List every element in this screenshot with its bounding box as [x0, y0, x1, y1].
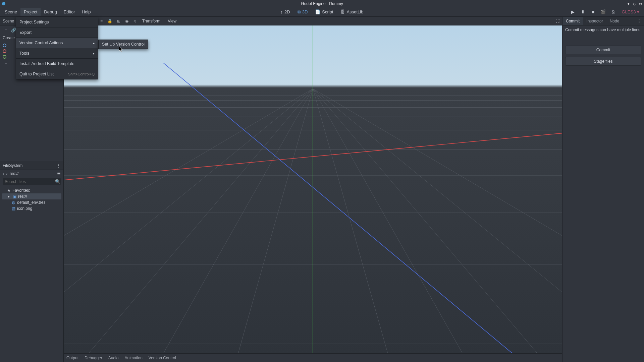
camera-icon[interactable]: ◉ [124, 18, 130, 24]
list-tool-icon[interactable]: ≡ [99, 18, 104, 24]
transform-menu[interactable]: Transform [140, 18, 163, 24]
titlebar: Godot Engine - Dummy ▾ ◇ ⊗ [0, 0, 644, 7]
menu-setup-version-control[interactable]: Set Up Version Control [99, 40, 148, 49]
tab-animation[interactable]: Animation [124, 356, 142, 360]
lock-icon[interactable]: 🔒 [106, 18, 114, 24]
image-file-icon: ▧ [11, 206, 15, 211]
vcs-submenu: Set Up Version Control [98, 40, 148, 49]
file-icon-png[interactable]: ▧ icon.png [2, 205, 61, 212]
favorites-label: Favorites: [12, 188, 30, 193]
menu-install-android[interactable]: Install Android Build Template [16, 59, 98, 69]
filesystem-panel: FileSystem ⋮ ‹ › res:// ≣ 🔍 ★ Favorites:… [0, 161, 63, 362]
center-column: ⬚ ✥ ⟳ ⤢ ≡ 🔒 ⊞ ◉ ♫ Transform View ⛶ [64, 17, 562, 362]
filesystem-menu-icon[interactable]: ⋮ [56, 163, 61, 168]
commit-button[interactable]: Commit [565, 46, 641, 54]
stop-icon[interactable]: ■ [589, 8, 597, 16]
renderer-toggle[interactable]: GLES3 ▾ [620, 9, 639, 14]
right-tabs-menu-icon[interactable]: ⋮ [637, 18, 644, 23]
maximize-icon[interactable]: ◇ [633, 2, 636, 6]
menu-version-control-actions[interactable]: Version Control Actions ▸ [16, 38, 98, 48]
circle-blue-icon [3, 44, 6, 47]
res-root-label: res:// [18, 194, 27, 199]
play-custom-icon[interactable]: ⎘ [609, 8, 617, 16]
tab-commit[interactable]: Commit [562, 17, 583, 25]
file-default-env[interactable]: ◍ default_env.tres [2, 199, 61, 205]
mode-assetlib-label: AssetLib [347, 9, 364, 14]
filesystem-path[interactable]: res:// [10, 171, 55, 176]
menu-project[interactable]: Project [20, 8, 41, 16]
view-mode-icon[interactable]: ≣ [57, 171, 61, 176]
audio-icon[interactable]: ♫ [132, 18, 138, 24]
play-scene-icon[interactable]: 🎬 [599, 8, 607, 16]
search-icon: 🔍 [55, 179, 60, 184]
menu-left: Scene Project Debug Editor Help [1, 8, 94, 16]
menu-debug[interactable]: Debug [41, 8, 60, 16]
mode-assetlib[interactable]: 🗄AssetLib [337, 8, 367, 16]
menu-editor[interactable]: Editor [60, 8, 78, 16]
close-icon[interactable]: ⊗ [639, 2, 642, 6]
viewport-canvas [64, 25, 562, 353]
submenu-arrow-icon: ▸ [93, 52, 95, 55]
mode-script-label: Script [322, 9, 333, 14]
star-icon: ★ [7, 188, 11, 193]
bottom-tabs: Output Debugger Audio Animation Version … [64, 353, 562, 362]
tab-inspector[interactable]: Inspector [583, 17, 606, 25]
project-menu-dropdown: Project Settings Export Version Control … [16, 17, 98, 79]
chevron-down-icon: ▾ [7, 194, 11, 199]
window-title: Godot Engine - Dummy [301, 1, 343, 6]
filesystem-nav: ‹ › res:// ≣ [0, 170, 63, 177]
tab-version-control[interactable]: Version Control [149, 356, 176, 360]
menu-quit-project-list[interactable]: Quit to Project List Shift+Control+Q [16, 69, 98, 79]
menu-quit-label: Quit to Project List [19, 72, 54, 76]
search-input[interactable] [5, 179, 55, 184]
mode-2d-label: 2D [284, 9, 290, 14]
menu-vcs-label: Version Control Actions [19, 41, 63, 45]
filesystem-search[interactable]: 🔍 [3, 178, 61, 185]
menubar: Scene Project Debug Editor Help ↕2D ⧉3D … [0, 7, 644, 17]
menu-scene[interactable]: Scene [1, 8, 20, 16]
commit-message-area[interactable]: Commit messages can have multiple lines [562, 25, 644, 34]
group-icon[interactable]: ⊞ [116, 18, 122, 24]
nav-back-icon[interactable]: ‹ [3, 171, 4, 176]
scene-panel-title: Scene [3, 19, 14, 23]
mode-script[interactable]: 📄Script [312, 8, 336, 16]
right-column: Commit Inspector Node ⋮ Commit messages … [562, 17, 644, 362]
viewport-toolbar: ⬚ ✥ ⟳ ⤢ ≡ 🔒 ⊞ ◉ ♫ Transform View ⛶ [64, 17, 562, 25]
stage-files-button[interactable]: Stage files [565, 57, 641, 66]
view-menu[interactable]: View [165, 18, 179, 24]
minimize-icon[interactable]: ▾ [628, 2, 630, 6]
menu-tools[interactable]: Tools ▸ [16, 48, 98, 58]
workspace-tabs: ↕2D ⧉3D 📄Script 🗄AssetLib [277, 8, 367, 16]
right-tabs: Commit Inspector Node ⋮ [562, 17, 644, 25]
mode-3d[interactable]: ⧉3D [294, 8, 311, 16]
res-root-row[interactable]: ▾ ▣ res:// [2, 193, 61, 199]
distraction-free-icon[interactable]: ⛶ [555, 19, 559, 23]
add-node-icon[interactable]: ＋ [3, 27, 9, 33]
viewport-3d[interactable] [64, 25, 562, 353]
play-icon[interactable]: ▶ [569, 8, 577, 16]
menu-export[interactable]: Export [16, 27, 98, 38]
tab-debugger[interactable]: Debugger [85, 356, 102, 360]
mode-2d[interactable]: ↕2D [277, 8, 293, 16]
tab-audio[interactable]: Audio [108, 356, 119, 360]
menu-right: ▶ ⏸ ■ 🎬 ⎘ GLES3 ▾ [569, 8, 643, 16]
plus-icon: ＋ [3, 61, 9, 67]
mode-3d-label: 3D [302, 9, 308, 14]
favorites-row[interactable]: ★ Favorites: [2, 187, 61, 193]
submenu-arrow-icon: ▸ [93, 41, 95, 45]
arrow-swap-icon: ↕ [281, 9, 283, 14]
cube-icon: ⧉ [298, 9, 301, 15]
app-icon [2, 2, 5, 5]
nav-forward-icon[interactable]: › [6, 171, 7, 176]
tab-output[interactable]: Output [66, 356, 78, 360]
env-file-icon: ◍ [11, 200, 15, 205]
menu-help[interactable]: Help [78, 8, 94, 16]
tab-node[interactable]: Node [606, 17, 623, 25]
menu-tools-label: Tools [19, 51, 29, 56]
folder-icon: ▣ [12, 194, 16, 199]
pause-icon[interactable]: ⏸ [579, 8, 587, 16]
file-icon-png-label: icon.png [17, 206, 32, 211]
menu-project-settings[interactable]: Project Settings [16, 17, 98, 27]
window-controls: ▾ ◇ ⊗ [628, 2, 642, 6]
renderer-label: GLES3 [622, 9, 636, 14]
